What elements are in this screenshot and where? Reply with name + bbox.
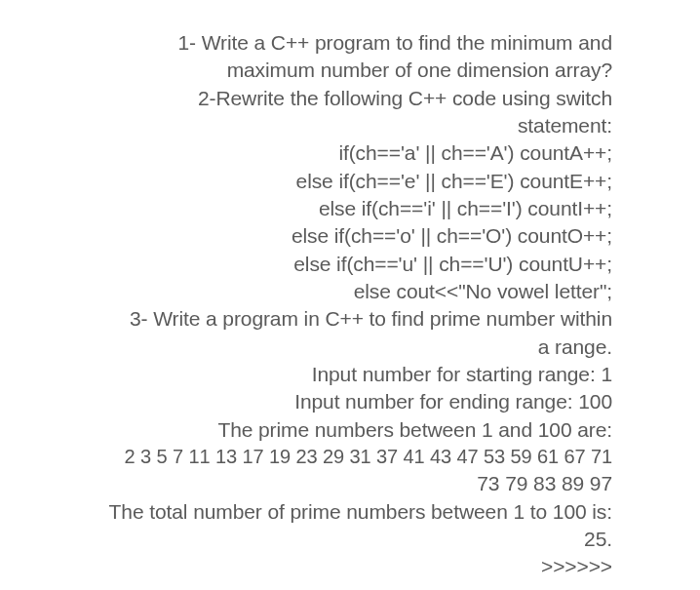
question-2-line-2: statement: [29,112,671,139]
arrows-decoration: >>>>>> [29,553,671,580]
code-line-6: else cout<<"No vowel letter"; [29,278,671,305]
question-3-line-1: 3- Write a program in C++ to find prime … [29,305,671,333]
question-1-line-1: 1- Write a C++ program to find the minim… [29,29,671,57]
input-end-range: Input number for ending range: 100 [29,388,671,415]
question-2-line-1: 2-Rewrite the following C++ code using s… [29,85,671,112]
code-line-4: else if(ch=='o' || ch=='O') countO++; [29,222,671,250]
code-line-2: else if(ch=='e' || ch=='E') countE++; [29,168,671,195]
code-line-1: if(ch=='a' || ch=='A') countA++; [29,139,671,167]
total-label: The total number of prime numbers betwee… [29,498,671,526]
question-3-line-2: a range. [29,334,671,361]
input-start-range: Input number for starting range: 1 [29,361,671,388]
total-count: 25. [29,526,671,553]
primes-list-1: 2 3 5 7 11 13 17 19 23 29 31 37 41 43 47… [29,444,671,470]
primes-list-2: 73 79 83 89 97 [29,470,671,497]
question-1-line-2: maximum number of one dimension array? [29,57,671,84]
code-line-5: else if(ch=='u' || ch=='U') countU++; [29,251,671,278]
primes-header: The prime numbers between 1 and 100 are: [29,416,671,444]
code-line-3: else if(ch=='i' || ch=='I') countI++; [29,195,671,222]
